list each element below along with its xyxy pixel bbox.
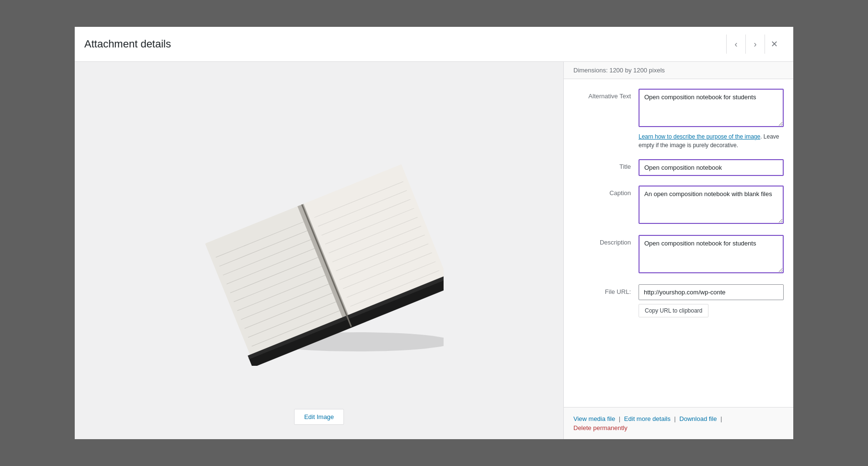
attachment-details-modal: Attachment details ‹ › ✕	[75, 27, 793, 439]
title-row: Title	[573, 159, 784, 176]
prev-button[interactable]: ‹	[726, 35, 745, 54]
close-button[interactable]: ✕	[765, 35, 784, 54]
title-field	[639, 159, 784, 176]
modal-title: Attachment details	[84, 38, 171, 50]
next-icon: ›	[754, 39, 757, 49]
dimensions-bar: Dimensions: 1200 by 1200 pixels	[564, 62, 793, 79]
caption-field: An open composition notebook with blank …	[639, 186, 784, 225]
next-button[interactable]: ›	[745, 35, 765, 54]
modal-body: Edit Image Dimensions: 1200 by 1200 pixe…	[75, 62, 793, 439]
copy-url-button[interactable]: Copy URL to clipboard	[639, 304, 708, 317]
download-file-link[interactable]: Download file	[679, 415, 717, 422]
view-media-link[interactable]: View media file	[573, 415, 615, 422]
file-url-label: File URL:	[573, 284, 631, 317]
dimensions-label: Dimensions:	[573, 67, 608, 74]
caption-row: Caption An open composition notebook wit…	[573, 186, 784, 225]
caption-input[interactable]: An open composition notebook with blank …	[639, 186, 784, 224]
description-input[interactable]: Open composition notebook for students	[639, 235, 784, 273]
delete-permanently-link[interactable]: Delete permanently	[573, 424, 784, 431]
title-input[interactable]	[639, 159, 784, 176]
description-field: Open composition notebook for students	[639, 235, 784, 275]
modal-header: Attachment details ‹ › ✕	[75, 27, 793, 62]
notebook-svg	[194, 136, 444, 366]
separator-2: |	[674, 415, 675, 422]
description-row: Description Open composition notebook fo…	[573, 235, 784, 275]
image-panel: Edit Image	[75, 62, 563, 439]
file-url-row: File URL: Copy URL to clipboard	[573, 284, 784, 317]
edit-details-link[interactable]: Edit more details	[624, 415, 671, 422]
alt-text-label: Alternative Text	[573, 89, 631, 150]
modal-navigation: ‹ › ✕	[726, 35, 784, 54]
close-icon: ✕	[771, 39, 778, 49]
alt-text-input[interactable]: Open composition notebook for students	[639, 89, 784, 127]
details-form: Alternative Text Open composition notebo…	[564, 79, 793, 407]
details-footer: View media file | Edit more details | Do…	[564, 407, 793, 439]
edit-image-button[interactable]: Edit Image	[294, 409, 344, 425]
caption-label: Caption	[573, 186, 631, 225]
alt-text-help-link[interactable]: Learn how to describe the purpose of the…	[639, 133, 760, 140]
alt-text-row: Alternative Text Open composition notebo…	[573, 89, 784, 150]
alt-text-help: Learn how to describe the purpose of the…	[639, 132, 784, 150]
description-label: Description	[573, 235, 631, 275]
separator-1: |	[619, 415, 620, 422]
file-url-input[interactable]	[639, 284, 784, 300]
modal-overlay: Attachment details ‹ › ✕	[0, 0, 868, 466]
alt-text-field: Open composition notebook for students L…	[639, 89, 784, 150]
footer-links: View media file | Edit more details | Do…	[573, 415, 784, 431]
file-url-field: Copy URL to clipboard	[639, 284, 784, 317]
prev-icon: ‹	[735, 39, 738, 49]
separator-3: |	[720, 415, 722, 422]
dimensions-value: 1200 by 1200 pixels	[609, 67, 665, 74]
title-label: Title	[573, 159, 631, 176]
notebook-image	[194, 136, 444, 366]
details-panel: Dimensions: 1200 by 1200 pixels Alternat…	[563, 62, 793, 439]
